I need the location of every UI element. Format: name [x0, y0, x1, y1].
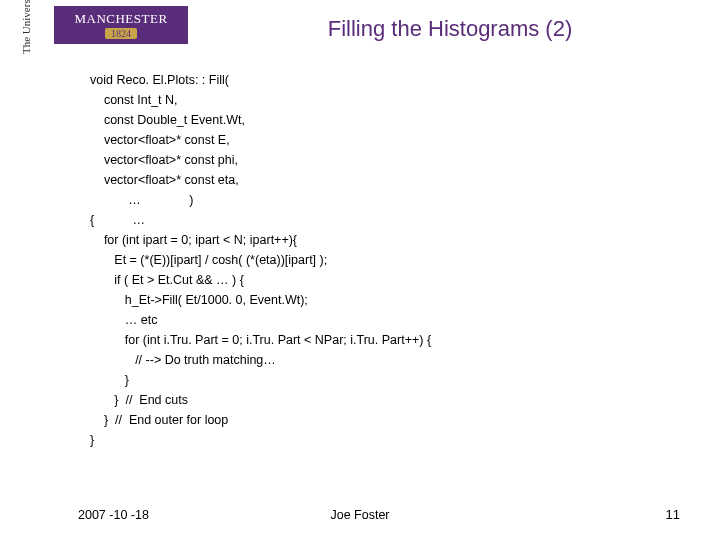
code-line: { …	[90, 210, 431, 230]
code-line: }	[90, 430, 431, 450]
code-line: // --> Do truth matching…	[90, 350, 431, 370]
code-line: h_Et->Fill( Et/1000. 0, Event.Wt);	[90, 290, 431, 310]
slide-title: Filling the Histograms (2)	[200, 16, 700, 42]
code-line: } // End outer for loop	[90, 410, 431, 430]
logo-badge: MANCHESTER 1824	[54, 6, 188, 44]
code-line: … etc	[90, 310, 431, 330]
code-line: vector<float>* const eta,	[90, 170, 431, 190]
logo-subtitle: The University of Manchester	[20, 0, 32, 54]
code-line: vector<float>* const E,	[90, 130, 431, 150]
university-logo: MANCHESTER 1824 The University of Manche…	[6, 6, 188, 64]
code-line: }	[90, 370, 431, 390]
code-line: const Double_t Event.Wt,	[90, 110, 431, 130]
code-line: Et = (*(E))[ipart] / cosh( (*(eta))[ipar…	[90, 250, 431, 270]
logo-name: MANCHESTER	[74, 11, 167, 27]
code-line: } // End cuts	[90, 390, 431, 410]
code-line: for (int ipart = 0; ipart < N; ipart++){	[90, 230, 431, 250]
code-block: void Reco. El.Plots: : Fill( const Int_t…	[90, 70, 431, 450]
code-line: const Int_t N,	[90, 90, 431, 110]
footer-page-number: 11	[666, 507, 680, 522]
logo-year: 1824	[105, 28, 137, 39]
code-line: … )	[90, 190, 431, 210]
code-line: vector<float>* const phi,	[90, 150, 431, 170]
footer-author: Joe Foster	[0, 508, 720, 522]
code-line: void Reco. El.Plots: : Fill(	[90, 70, 431, 90]
code-line: if ( Et > Et.Cut && … ) {	[90, 270, 431, 290]
code-line: for (int i.Tru. Part = 0; i.Tru. Part < …	[90, 330, 431, 350]
